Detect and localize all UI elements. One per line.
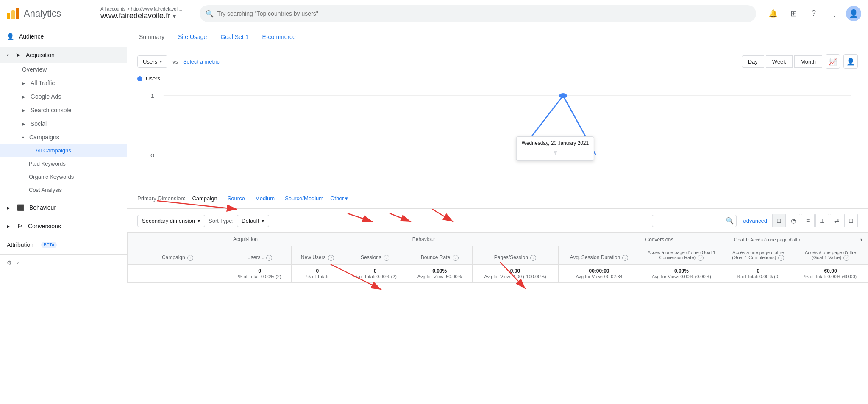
secondary-dimension-dropdown[interactable]: Secondary dimension ▾: [137, 215, 205, 227]
search-input[interactable]: [200, 5, 756, 22]
bar-chart-button[interactable]: 👤: [843, 54, 858, 69]
sidebar-item-cost-analysis[interactable]: Cost Analysis: [0, 183, 127, 196]
dimension-source-medium[interactable]: Source/Medium: [281, 194, 327, 203]
sidebar-item-social[interactable]: ▶ Social: [0, 117, 127, 130]
grid-view-button[interactable]: ⊞: [772, 214, 786, 227]
tab-goal-set[interactable]: Goal Set 1: [219, 27, 250, 47]
person-icon: 👤: [7, 33, 14, 40]
header-actions: 🔔 ⊞ ? ⋮ 👤: [765, 5, 861, 22]
tooltip-caret-icon: ▾: [522, 148, 589, 157]
sidebar-item-campaigns[interactable]: ▾ Campaigns: [0, 130, 127, 144]
sidebar-item-conversions[interactable]: ▶ 🏳 Conversions: [0, 219, 127, 234]
other-caret-icon: ▾: [345, 195, 348, 202]
collapse-icon[interactable]: ‹: [17, 260, 19, 266]
content-area: Summary Site Usage Goal Set 1 E-commerce…: [127, 27, 868, 404]
advanced-link[interactable]: advanced: [743, 218, 767, 224]
sidebar-label-google-ads: Google Ads: [31, 93, 61, 100]
month-button[interactable]: Month: [794, 55, 822, 68]
chart-section: Users ▾ vs Select a metric Day Week Mont…: [127, 47, 868, 188]
chevron-right-icon: ▶: [22, 108, 25, 113]
sidebar-item-search-console[interactable]: ▶ Search console: [0, 103, 127, 117]
pie-view-button[interactable]: ◔: [787, 214, 800, 227]
select-metric-link[interactable]: Select a metric: [183, 58, 220, 65]
sort-type-dropdown[interactable]: Default ▾: [237, 215, 269, 227]
th-conv-rate: Accès à une page d'offre (Goal 1 Convers…: [640, 246, 723, 264]
sidebar-label-campaigns: Campaigns: [29, 134, 59, 141]
day-button[interactable]: Day: [742, 55, 764, 68]
tab-ecommerce[interactable]: E-commerce: [261, 27, 298, 47]
tab-site-usage[interactable]: Site Usage: [176, 27, 209, 47]
compare-view-button[interactable]: ⇄: [830, 214, 843, 227]
main-layout: 👤 Audience ▾ ➤ Acquisition Overview ▶ Al…: [0, 27, 868, 404]
sidebar-item-audience[interactable]: 👤 Audience: [0, 29, 127, 44]
week-button[interactable]: Week: [766, 55, 793, 68]
sidebar-item-overview[interactable]: Overview: [0, 63, 127, 76]
domain-area[interactable]: All accounts > http://www.fairedelavoil.…: [92, 6, 191, 20]
table-search-button[interactable]: 🔍: [726, 217, 734, 225]
pivot-view-button[interactable]: ⊞: [844, 214, 858, 227]
dimension-source[interactable]: Source: [224, 194, 248, 203]
filter-view-button[interactable]: ⊥: [815, 214, 829, 227]
sidebar-item-behaviour[interactable]: ▶ ⬛ Behaviour: [0, 200, 127, 215]
sidebar-item-google-ads[interactable]: ▶ Google Ads: [0, 90, 127, 103]
dimension-medium[interactable]: Medium: [252, 194, 278, 203]
sessions-help-icon[interactable]: ?: [384, 255, 389, 261]
avatar[interactable]: 👤: [846, 6, 861, 21]
dimension-label: Primary Dimension:: [137, 195, 185, 202]
dimension-other[interactable]: Other ▾: [330, 195, 348, 202]
flag-icon: 🏳: [17, 223, 23, 230]
chevron-right-icon: ▶: [7, 224, 10, 229]
sidebar-label-acquisition: Acquisition: [26, 52, 55, 58]
chevron-right-icon: ▶: [22, 94, 25, 99]
conv-val-help-icon[interactable]: ?: [843, 255, 849, 261]
chevron-down-icon: ▾: [173, 13, 176, 19]
domain-selector[interactable]: www.fairedelavoile.fr ▾: [100, 11, 183, 20]
bounce-help-icon[interactable]: ?: [453, 255, 459, 261]
campaign-help-icon[interactable]: ?: [187, 255, 193, 261]
table-totals-row: 0 % of Total: 0.00% (2) 0 % of Total: 0 …: [128, 264, 868, 282]
tooltip-date: Wednesday, 20 January 2021: [522, 140, 589, 146]
totals-conv-value: €0.00 % of Total: 0.00% (€0.00): [793, 264, 868, 282]
sidebar-label-paid-keywords: Paid Keywords: [29, 160, 66, 167]
help-button[interactable]: ?: [805, 5, 822, 22]
pages-help-icon[interactable]: ?: [530, 255, 536, 261]
notification-button[interactable]: 🔔: [765, 5, 782, 22]
sidebar-item-all-traffic[interactable]: ▶ All Traffic: [0, 76, 127, 90]
more-button[interactable]: ⋮: [826, 5, 843, 22]
totals-sessions: 0 % of Total: 0.00% (2): [343, 264, 407, 282]
dimension-campaign[interactable]: Campaign: [189, 194, 220, 203]
chart-svg: 1 0: [137, 85, 858, 178]
list-view-button[interactable]: ≡: [801, 214, 815, 227]
line-chart-button[interactable]: 📈: [826, 54, 840, 69]
sort-type-label: Sort Type:: [209, 218, 234, 224]
table-search-input[interactable]: [652, 215, 737, 227]
vs-label: vs: [172, 58, 178, 65]
conv-comp-help-icon[interactable]: ?: [778, 255, 784, 261]
sidebar-footer[interactable]: ⚙ ‹: [0, 254, 127, 271]
chart-legend: Users: [137, 75, 858, 82]
conv-rate-help-icon[interactable]: ?: [698, 255, 704, 261]
data-table: Campaign ? Acquisition Behaviour Convers…: [127, 232, 868, 283]
sidebar-item-acquisition[interactable]: ▾ ➤ Acquisition: [0, 47, 127, 63]
tab-summary[interactable]: Summary: [137, 27, 166, 47]
sidebar-label-conversions: Conversions: [28, 223, 61, 230]
th-bounce-rate: Bounce Rate ?: [407, 246, 472, 264]
apps-button[interactable]: ⊞: [785, 5, 802, 22]
data-point: [559, 93, 567, 98]
sidebar-item-attribution[interactable]: Attribution BETA: [0, 237, 127, 252]
sidebar-item-organic-keywords[interactable]: Organic Keywords: [0, 170, 127, 183]
th-acquisition: Acquisition: [228, 233, 407, 246]
sidebar-item-all-campaigns[interactable]: All Campaigns: [0, 144, 127, 157]
th-avg-session: Avg. Session Duration ?: [558, 246, 640, 264]
sidebar-label-audience: Audience: [19, 33, 44, 40]
sort-asc-icon: ↓: [262, 255, 264, 260]
sort-caret-icon: ▾: [262, 218, 264, 224]
users-help-icon[interactable]: ?: [266, 255, 272, 261]
search-icon: 🔍: [206, 9, 214, 17]
sidebar-label-all-campaigns: All Campaigns: [36, 147, 71, 154]
sidebar-item-paid-keywords[interactable]: Paid Keywords: [0, 157, 127, 170]
new-users-help-icon[interactable]: ?: [328, 255, 334, 261]
metric-select-users[interactable]: Users ▾: [137, 55, 167, 68]
th-conv-value: Accès à une page d'offre (Goal 1 Value) …: [793, 246, 868, 264]
avg-session-help-icon[interactable]: ?: [622, 255, 628, 261]
